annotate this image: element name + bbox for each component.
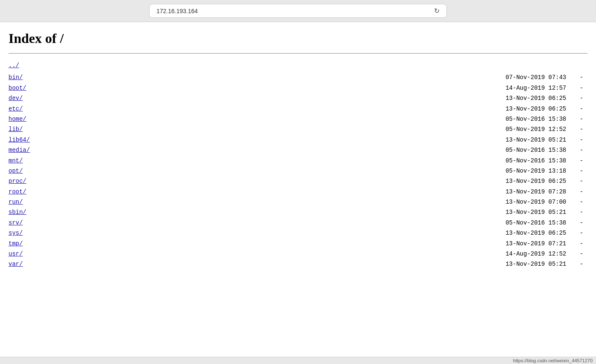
file-date: 13-Nov-2019 07:21 — [481, 239, 566, 248]
list-item: boot/14-Aug-2019 12:57- — [9, 83, 587, 93]
file-date: 05-Nov-2019 13:18 — [481, 166, 566, 176]
list-item: srv/05-Nov-2016 15:38- — [9, 218, 587, 228]
file-link[interactable]: sbin/ — [9, 208, 94, 217]
file-size: - — [575, 156, 587, 165]
file-date: 13-Nov-2019 05:21 — [481, 208, 566, 217]
file-link[interactable]: var/ — [9, 259, 94, 269]
list-item: etc/13-Nov-2019 06:25- — [9, 104, 587, 114]
file-size: - — [575, 125, 587, 134]
list-item: home/05-Nov-2016 15:38- — [9, 114, 587, 124]
file-date: 07-Nov-2019 07:43 — [481, 73, 566, 82]
file-size: - — [575, 239, 587, 248]
list-item: bin/07-Nov-2019 07:43- — [9, 72, 587, 82]
file-listing: ../bin/07-Nov-2019 07:43-boot/14-Aug-201… — [9, 60, 587, 270]
list-item: dev/13-Nov-2019 06:25- — [9, 93, 587, 103]
list-item: root/13-Nov-2019 07:28- — [9, 187, 587, 197]
file-size: - — [575, 135, 587, 145]
list-item: sys/13-Nov-2019 06:25- — [9, 228, 587, 238]
file-date: 14-Aug-2019 12:52 — [481, 249, 566, 259]
file-link[interactable]: proc/ — [9, 176, 94, 186]
file-link[interactable]: etc/ — [9, 104, 94, 114]
file-date: 13-Nov-2019 06:25 — [481, 94, 566, 103]
page-title: Index of / — [9, 31, 587, 46]
list-item: mnt/05-Nov-2016 15:38- — [9, 156, 587, 166]
list-item: var/13-Nov-2019 05:21- — [9, 259, 587, 269]
address-bar: 172.16.193.164 ↻ — [149, 4, 447, 18]
status-url: https://blog.csdn.net/weixin_44571270 — [513, 358, 593, 363]
file-size: - — [575, 145, 587, 155]
file-size: - — [575, 249, 587, 259]
url-text: 172.16.193.164 — [156, 8, 198, 14]
file-size: - — [575, 176, 587, 186]
file-link[interactable]: ../ — [9, 61, 94, 70]
file-date: 13-Nov-2019 06:25 — [481, 176, 566, 186]
file-link[interactable]: home/ — [9, 114, 94, 124]
file-date: 14-Aug-2019 12:57 — [481, 83, 566, 93]
file-link[interactable]: opt/ — [9, 166, 94, 176]
file-link[interactable]: usr/ — [9, 249, 94, 259]
file-size: - — [575, 218, 587, 228]
list-item: proc/13-Nov-2019 06:25- — [9, 176, 587, 186]
list-item: opt/05-Nov-2019 13:18- — [9, 166, 587, 176]
file-size: - — [575, 94, 587, 103]
file-date: 05-Nov-2016 15:38 — [481, 114, 566, 124]
file-date: 13-Nov-2019 05:21 — [481, 259, 566, 269]
file-date: 05-Nov-2019 12:52 — [481, 125, 566, 134]
file-link[interactable]: lib/ — [9, 125, 94, 134]
file-link[interactable]: run/ — [9, 197, 94, 207]
file-date: 13-Nov-2019 06:25 — [481, 228, 566, 238]
list-item: sbin/13-Nov-2019 05:21- — [9, 207, 587, 217]
file-size: - — [575, 73, 587, 82]
file-link[interactable]: bin/ — [9, 73, 94, 82]
file-date: 05-Nov-2016 15:38 — [481, 156, 566, 165]
file-date: 13-Nov-2019 07:28 — [481, 187, 566, 196]
list-item: lib/05-Nov-2019 12:52- — [9, 124, 587, 134]
file-size: - — [575, 83, 587, 93]
list-item: ../ — [9, 60, 587, 71]
file-date: 13-Nov-2019 06:25 — [481, 104, 566, 114]
file-link[interactable]: root/ — [9, 187, 94, 196]
file-link[interactable]: dev/ — [9, 94, 94, 103]
file-link[interactable]: tmp/ — [9, 239, 94, 248]
file-size: - — [575, 187, 587, 196]
divider — [9, 53, 587, 54]
file-link[interactable]: lib64/ — [9, 135, 94, 145]
file-link[interactable]: mnt/ — [9, 156, 94, 165]
list-item: tmp/13-Nov-2019 07:21- — [9, 239, 587, 249]
file-size: - — [575, 114, 587, 124]
list-item: usr/14-Aug-2019 12:52- — [9, 249, 587, 259]
file-link[interactable]: srv/ — [9, 218, 94, 228]
reload-button[interactable]: ↻ — [434, 7, 440, 15]
file-date: 05-Nov-2016 15:38 — [481, 145, 566, 155]
file-size: - — [575, 104, 587, 114]
status-bar: https://blog.csdn.net/weixin_44571270 — [0, 357, 596, 364]
list-item: media/05-Nov-2016 15:38- — [9, 145, 587, 155]
file-link[interactable]: media/ — [9, 145, 94, 155]
file-link[interactable]: boot/ — [9, 83, 94, 93]
file-size: - — [575, 208, 587, 217]
file-size: - — [575, 166, 587, 176]
list-item: lib64/13-Nov-2019 05:21- — [9, 135, 587, 145]
list-item: run/13-Nov-2019 07:00- — [9, 197, 587, 207]
page-content: Index of / ../bin/07-Nov-2019 07:43-boot… — [0, 22, 596, 364]
file-size: - — [575, 228, 587, 238]
file-size: - — [575, 259, 587, 269]
file-link[interactable]: sys/ — [9, 228, 94, 238]
file-size: - — [575, 197, 587, 207]
file-date: 13-Nov-2019 07:00 — [481, 197, 566, 207]
file-date: 13-Nov-2019 05:21 — [481, 135, 566, 145]
file-date: 05-Nov-2016 15:38 — [481, 218, 566, 228]
browser-chrome: 172.16.193.164 ↻ — [0, 0, 596, 22]
